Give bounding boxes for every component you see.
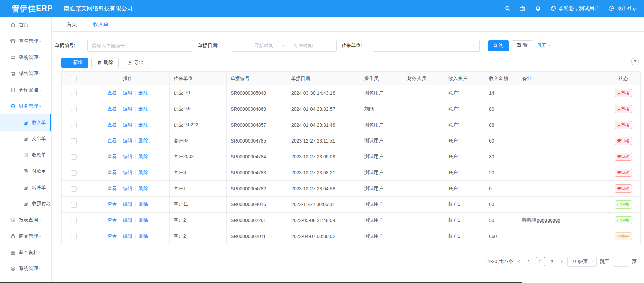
row-checkbox[interactable] <box>71 138 77 144</box>
chevron-down-icon <box>38 40 42 43</box>
logout-button[interactable]: 退出登录 <box>608 5 637 12</box>
search-icon[interactable] <box>505 5 511 12</box>
reset-button[interactable]: 重 置 <box>512 40 533 51</box>
edit-link[interactable]: 编辑 <box>123 90 132 95</box>
column-header: 财务人员 <box>403 72 444 85</box>
view-link[interactable]: 查看 <box>107 154 117 159</box>
partner-select[interactable] <box>373 40 480 52</box>
edit-link[interactable]: 编辑 <box>123 217 132 223</box>
search-button[interactable]: 查 询 <box>488 40 509 51</box>
jump-page-input[interactable] <box>613 257 628 267</box>
status-badge: 已审核 <box>615 200 632 209</box>
delete-button[interactable]: 删除 <box>91 58 119 68</box>
sidebar-item-label: 报表查询 <box>19 217 38 223</box>
delete-link[interactable]: 删除 <box>138 106 148 111</box>
delete-link[interactable]: 删除 <box>138 154 148 159</box>
row-checkbox[interactable] <box>71 91 77 96</box>
view-link[interactable]: 查看 <box>107 122 117 127</box>
page-number-3[interactable]: 3 <box>548 259 556 264</box>
user-greeting[interactable]: 欢迎您，测试用户 <box>550 5 599 12</box>
sidebar-item-label: 财务管理 <box>19 103 38 109</box>
view-link[interactable]: 查看 <box>107 201 117 207</box>
sidebar-item-income-bill[interactable]: 收入单 <box>0 114 51 131</box>
purchase-icon <box>10 55 16 60</box>
sidebar-item-finance-mgmt[interactable]: 财务管理 <box>0 98 51 114</box>
edit-link[interactable]: 编辑 <box>123 170 132 175</box>
row-checkbox[interactable] <box>71 218 77 223</box>
edit-link[interactable]: 编辑 <box>123 138 132 143</box>
edit-link[interactable]: 编辑 <box>123 106 132 111</box>
edit-link[interactable]: 编辑 <box>123 186 132 191</box>
delete-link[interactable]: 删除 <box>138 186 148 191</box>
chevron-down-icon <box>38 235 42 238</box>
next-page-icon[interactable] <box>559 259 564 264</box>
gear-icon <box>10 266 16 271</box>
delete-link[interactable]: 删除 <box>138 233 148 239</box>
select-all-checkbox[interactable] <box>71 76 77 81</box>
chevron-down-icon <box>38 72 42 76</box>
help-icon[interactable]: ? <box>631 58 639 65</box>
table-row: 查看|编辑|删除供应商1SR000000050402024-03-30 14:4… <box>62 85 641 101</box>
action-separator: | <box>119 90 121 95</box>
page-number-2[interactable]: 2 <box>536 257 545 266</box>
row-checkbox[interactable] <box>71 186 77 192</box>
row-actions: 查看|编辑|删除 <box>86 165 170 181</box>
sidebar-item-label: 收入单 <box>32 119 46 126</box>
smiley-icon <box>550 5 556 12</box>
sidebar-item-retail-mgmt[interactable]: 零售管理 <box>0 33 51 49</box>
delete-link[interactable]: 删除 <box>138 217 148 223</box>
row-checkbox[interactable] <box>71 107 77 112</box>
row-checkbox[interactable] <box>71 123 77 128</box>
view-link[interactable]: 查看 <box>107 233 117 239</box>
delete-link[interactable]: 删除 <box>138 170 148 175</box>
edit-link[interactable]: 编辑 <box>123 154 132 159</box>
edit-link[interactable]: 编辑 <box>123 201 132 207</box>
date-range-input[interactable]: 开始时间 ~ 结束时间 <box>231 40 337 52</box>
delete-link[interactable]: 删除 <box>138 138 148 143</box>
sidebar-item-purchase-mgmt[interactable]: 采购管理 <box>0 49 51 66</box>
row-checkbox[interactable] <box>71 202 77 208</box>
row-checkbox[interactable] <box>71 234 77 239</box>
sidebar-item-sales-mgmt[interactable]: 销售管理 <box>0 66 51 82</box>
finance-staff-cell <box>403 228 444 244</box>
sidebar-item-basic-data[interactable]: 基本资料 <box>0 244 51 261</box>
add-button[interactable]: 新增 <box>61 58 88 68</box>
bank-icon[interactable] <box>520 5 526 12</box>
view-link[interactable]: 查看 <box>107 106 117 111</box>
sidebar-item-label: 收预付款 <box>32 201 51 207</box>
delete-link[interactable]: 删除 <box>138 201 148 207</box>
bell-icon[interactable] <box>535 5 541 12</box>
tab-home[interactable]: 首页 <box>59 17 85 31</box>
view-link[interactable]: 查看 <box>107 217 117 223</box>
sidebar-item-warehouse-mgmt[interactable]: 仓库管理 <box>0 82 51 98</box>
view-link[interactable]: 查看 <box>107 186 117 191</box>
view-link[interactable]: 查看 <box>107 170 117 175</box>
sidebar-item-receipt-bill[interactable]: 收款单 <box>0 147 51 163</box>
edit-link[interactable]: 编辑 <box>123 233 132 239</box>
tab-income-bill[interactable]: 收入单 <box>85 17 116 31</box>
delete-link[interactable]: 删除 <box>138 90 148 95</box>
view-link[interactable]: 查看 <box>107 90 117 95</box>
edit-link[interactable]: 编辑 <box>123 122 132 127</box>
sidebar-item-expense-bill[interactable]: 支出单 <box>0 131 51 147</box>
sidebar-item-goods-mgmt[interactable]: 商品管理 <box>0 228 51 244</box>
expand-link[interactable]: 展开 <box>537 43 552 49</box>
row-checkbox[interactable] <box>71 154 77 160</box>
view-link[interactable]: 查看 <box>107 138 117 143</box>
page-number-1[interactable]: 1 <box>525 259 533 264</box>
sidebar-item-home[interactable]: 首页 <box>0 17 51 33</box>
delete-link[interactable]: 删除 <box>138 122 148 127</box>
row-checkbox[interactable] <box>71 170 77 176</box>
action-separator: | <box>135 122 136 127</box>
page-size-select[interactable]: 10 条/页 <box>567 257 597 267</box>
sidebar-item-system-mgmt[interactable]: 系统管理 <box>0 261 51 277</box>
action-separator: | <box>135 90 136 95</box>
prev-page-icon[interactable] <box>517 259 521 264</box>
sidebar-item-transfer-bill[interactable]: 转账单 <box>0 179 51 196</box>
sidebar-item-report-query[interactable]: 报表查询 <box>0 212 51 228</box>
export-button[interactable]: 导出 <box>122 58 149 68</box>
bill-no-input[interactable] <box>87 40 193 52</box>
sidebar-item-advance-receipt[interactable]: 收预付款 <box>0 196 51 212</box>
sidebar-item-payment-bill[interactable]: 付款单 <box>0 163 51 179</box>
action-separator: | <box>135 186 136 191</box>
